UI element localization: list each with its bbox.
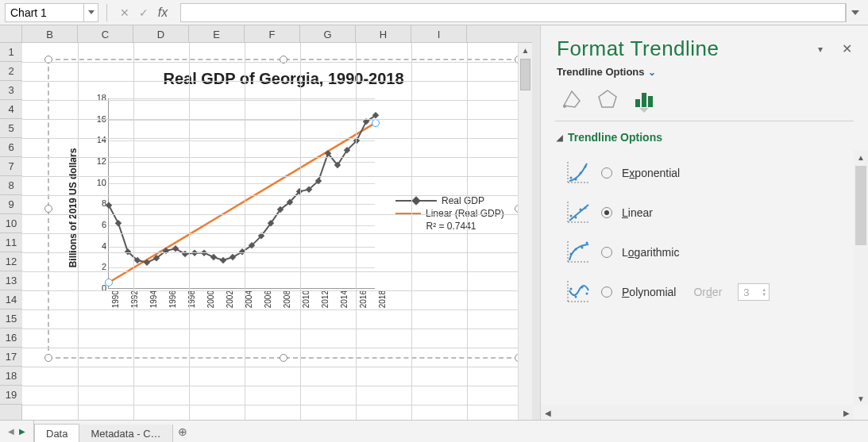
- col-header[interactable]: G: [300, 25, 356, 43]
- row-header[interactable]: 13: [0, 271, 22, 290]
- pane-vertical-scrollbar[interactable]: ▲ ▼: [854, 150, 868, 405]
- col-header[interactable]: D: [133, 25, 189, 43]
- col-header[interactable]: B: [22, 25, 78, 43]
- row-header[interactable]: 14: [0, 290, 22, 309]
- row-header[interactable]: 3: [0, 81, 22, 100]
- cancel-formula-icon[interactable]: ✕: [115, 3, 134, 22]
- order-input[interactable]: 3 ▲▼: [738, 283, 770, 301]
- pane-subtitle[interactable]: Trendline Options: [557, 66, 645, 78]
- sheet-tabs-bar: ◀ ▶ Data Metadata - C… ⊕: [0, 420, 868, 442]
- close-pane-icon[interactable]: ✕: [842, 41, 852, 56]
- fx-icon[interactable]: fx: [153, 3, 172, 22]
- x-tick-label: 2000: [206, 290, 215, 314]
- scrollbar-thumb[interactable]: [855, 166, 866, 245]
- col-header[interactable]: E: [189, 25, 245, 43]
- row-header[interactable]: 4: [0, 100, 22, 119]
- pane-options-dropdown-icon[interactable]: ▾: [818, 44, 823, 55]
- row-header[interactable]: 19: [0, 386, 22, 405]
- y-axis-label[interactable]: Billions of 2019 US dollars: [65, 129, 81, 287]
- col-header[interactable]: C: [78, 25, 133, 43]
- chevron-down-icon[interactable]: ⌄: [648, 67, 656, 78]
- option-label: Exponential: [622, 167, 680, 179]
- svg-point-16: [580, 209, 582, 211]
- data-marker[interactable]: [230, 254, 236, 260]
- radio-exponential[interactable]: [601, 167, 612, 179]
- spreadsheet-grid: B C D E F G H I 123456789101112131415161…: [0, 25, 532, 420]
- tab-nav-next-icon[interactable]: ▶: [19, 427, 25, 436]
- data-marker[interactable]: [106, 202, 112, 208]
- r-squared-label: R² = 0.7441: [395, 221, 507, 232]
- col-header[interactable]: H: [356, 25, 411, 43]
- row-header[interactable]: 8: [0, 176, 22, 195]
- polynomial-thumb-icon: [565, 279, 592, 305]
- svg-rect-4: [648, 96, 653, 107]
- scroll-up-icon[interactable]: ▲: [854, 150, 868, 164]
- trendline[interactable]: [109, 123, 376, 282]
- fill-line-tab-icon[interactable]: [560, 87, 582, 110]
- name-box-dropdown-icon[interactable]: [83, 4, 98, 21]
- row-header[interactable]: 17: [0, 348, 22, 367]
- row-header[interactable]: 5: [0, 119, 22, 138]
- sheet-tab-data[interactable]: Data: [34, 424, 79, 442]
- data-marker[interactable]: [172, 245, 179, 252]
- spinner-icon[interactable]: ▲▼: [759, 284, 769, 300]
- row-header[interactable]: 2: [0, 62, 22, 81]
- svg-point-23: [586, 242, 588, 244]
- trendline-option-polynomial[interactable]: Polynomial Order 3 ▲▼: [565, 272, 849, 312]
- trendline-options-tab-icon[interactable]: [633, 87, 655, 110]
- trendline-option-linear[interactable]: Linear: [565, 193, 849, 233]
- radio-polynomial[interactable]: [601, 286, 612, 298]
- radio-linear[interactable]: [601, 207, 612, 218]
- row-header[interactable]: 1: [0, 43, 22, 62]
- plot-area[interactable]: [108, 98, 375, 289]
- svg-point-14: [570, 215, 573, 217]
- radio-logarithmic[interactable]: [601, 247, 612, 258]
- svg-point-7: [570, 177, 573, 179]
- expand-formula-bar-icon[interactable]: [846, 3, 863, 22]
- svg-marker-1: [599, 90, 616, 107]
- select-all-corner[interactable]: [0, 25, 22, 43]
- row-header[interactable]: 6: [0, 138, 22, 157]
- resize-handle[interactable]: [280, 354, 287, 362]
- row-header[interactable]: 10: [0, 214, 22, 233]
- scrollbar-thumb[interactable]: [520, 59, 530, 90]
- effects-tab-icon[interactable]: [596, 87, 619, 110]
- formula-input[interactable]: [180, 3, 846, 22]
- scroll-left-icon[interactable]: ◀: [541, 405, 555, 420]
- chart-legend[interactable]: Real GDP Linear (Real GDP) R² = 0.7441: [395, 194, 507, 232]
- row-header[interactable]: 18: [0, 367, 22, 386]
- resize-handle[interactable]: [44, 354, 52, 362]
- svg-point-28: [581, 286, 584, 289]
- scroll-up-icon[interactable]: ▲: [519, 43, 532, 57]
- scroll-down-icon[interactable]: ▼: [854, 391, 868, 405]
- scroll-right-icon[interactable]: ▶: [839, 405, 854, 420]
- trendline-endpoint[interactable]: [372, 119, 380, 127]
- chart-object[interactable]: Real GDP of Georgia, 1990-2018 Billions …: [48, 59, 519, 359]
- chart-title[interactable]: Real GDP of Georgia, 1990-2018: [57, 70, 510, 88]
- name-box[interactable]: Chart 1: [5, 3, 98, 22]
- collapse-triangle-icon[interactable]: ◢: [557, 133, 563, 142]
- accept-formula-icon[interactable]: ✓: [134, 3, 153, 22]
- row-header[interactable]: 7: [0, 157, 22, 176]
- col-header[interactable]: F: [245, 25, 300, 43]
- trendline-endpoint[interactable]: [105, 279, 113, 286]
- tab-nav-prev-icon[interactable]: ◀: [8, 427, 14, 436]
- row-header[interactable]: 12: [0, 252, 22, 271]
- row-header[interactable]: 11: [0, 233, 22, 252]
- data-marker[interactable]: [210, 254, 217, 260]
- y-tick-label: 8: [83, 198, 106, 208]
- data-marker[interactable]: [220, 257, 226, 263]
- section-title[interactable]: Trendline Options: [568, 131, 662, 144]
- sheet-tab-metadata[interactable]: Metadata - C…: [79, 425, 172, 442]
- row-header[interactable]: 16: [0, 329, 22, 348]
- sheet-vertical-scrollbar[interactable]: ▲: [518, 43, 532, 420]
- pane-horizontal-scrollbar[interactable]: ◀ ▶: [541, 405, 854, 420]
- col-header[interactable]: I: [411, 25, 467, 43]
- trendline-option-logarithmic[interactable]: Logarithmic: [565, 233, 849, 272]
- row-header[interactable]: 9: [0, 195, 22, 214]
- data-marker[interactable]: [115, 220, 122, 226]
- row-header[interactable]: 15: [0, 309, 22, 329]
- new-sheet-button[interactable]: ⊕: [173, 421, 192, 442]
- trendline-option-exponential[interactable]: Exponential: [565, 153, 849, 193]
- resize-handle[interactable]: [44, 205, 52, 213]
